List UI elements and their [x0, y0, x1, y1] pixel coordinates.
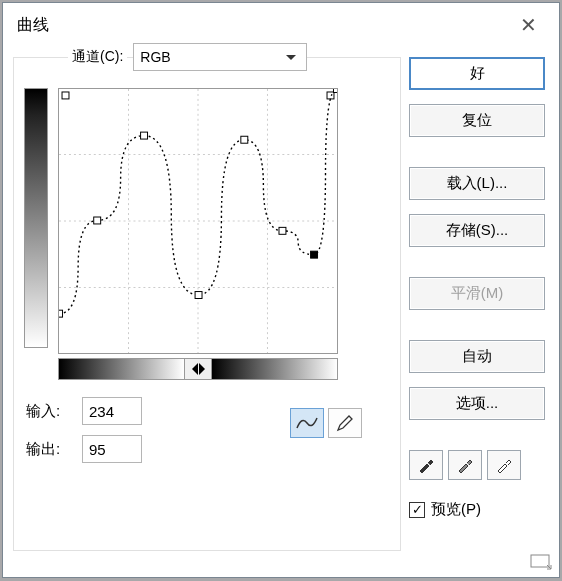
- ok-button[interactable]: 好: [409, 57, 545, 90]
- dialog-window: 曲线 ✕ 通道(C): RGB: [2, 2, 560, 578]
- output-label: 输出:: [26, 440, 74, 459]
- svg-rect-9: [94, 217, 101, 224]
- checkbox-icon: ✓: [409, 502, 425, 518]
- channel-value: RGB: [140, 49, 170, 65]
- channel-row: 通道(C): RGB: [14, 46, 400, 68]
- close-icon[interactable]: ✕: [512, 9, 545, 41]
- output-value: 95: [89, 441, 106, 458]
- triangle-left-icon: [186, 363, 198, 375]
- input-gradient-left: [59, 359, 184, 379]
- options-button[interactable]: 选项...: [409, 387, 545, 420]
- svg-rect-14: [311, 251, 318, 258]
- svg-rect-11: [195, 292, 202, 299]
- eyedropper-icon: [494, 455, 514, 475]
- svg-rect-7: [327, 92, 334, 99]
- wave-icon: [296, 414, 318, 432]
- dialog-body: 通道(C): RGB: [3, 47, 559, 577]
- auto-button[interactable]: 自动: [409, 340, 545, 373]
- load-button[interactable]: 载入(L)...: [409, 167, 545, 200]
- pencil-icon: [335, 413, 355, 433]
- svg-rect-16: [531, 555, 549, 567]
- channel-label: 通道(C):: [68, 48, 127, 66]
- gradient-center-handle[interactable]: [184, 359, 212, 379]
- eyedropper-group: [409, 450, 549, 480]
- input-value: 234: [89, 403, 114, 420]
- eyedropper-icon: [416, 455, 436, 475]
- svg-rect-13: [279, 227, 286, 234]
- triangle-right-icon: [199, 363, 211, 375]
- output-gradient: [24, 88, 48, 348]
- input-row: 输入: 234: [26, 394, 142, 428]
- curve-graph[interactable]: [58, 88, 338, 354]
- svg-rect-12: [241, 136, 248, 143]
- svg-rect-10: [141, 132, 148, 139]
- eyedropper-icon: [455, 455, 475, 475]
- save-button[interactable]: 存储(S)...: [409, 214, 545, 247]
- white-point-eyedropper[interactable]: [487, 450, 521, 480]
- input-gradient-right: [212, 359, 337, 379]
- preview-checkbox[interactable]: ✓ 预览(P): [409, 500, 549, 519]
- preview-label: 预览(P): [431, 500, 481, 519]
- channel-select[interactable]: RGB: [133, 43, 307, 71]
- input-label: 输入:: [26, 402, 74, 421]
- reset-button[interactable]: 复位: [409, 104, 545, 137]
- gray-point-eyedropper[interactable]: [448, 450, 482, 480]
- svg-rect-15: [333, 89, 337, 92]
- svg-rect-8: [59, 310, 63, 317]
- curve-mode-buttons: [290, 408, 362, 438]
- smooth-curve-button[interactable]: [290, 408, 324, 438]
- output-row: 输出: 95: [26, 432, 142, 466]
- output-field[interactable]: 95: [82, 435, 142, 463]
- window-title: 曲线: [17, 15, 49, 36]
- input-field[interactable]: 234: [82, 397, 142, 425]
- side-panel: 好 复位 载入(L)... 存储(S)... 平滑(M) 自动 选项... ✓ …: [409, 57, 549, 519]
- resize-grip-icon[interactable]: [529, 551, 553, 571]
- curves-group: 通道(C): RGB: [13, 57, 401, 551]
- smooth-button: 平滑(M): [409, 277, 545, 310]
- input-gradient[interactable]: [58, 358, 338, 380]
- black-point-eyedropper[interactable]: [409, 450, 443, 480]
- titlebar: 曲线 ✕: [3, 3, 559, 47]
- pencil-curve-button[interactable]: [328, 408, 362, 438]
- svg-rect-6: [62, 92, 69, 99]
